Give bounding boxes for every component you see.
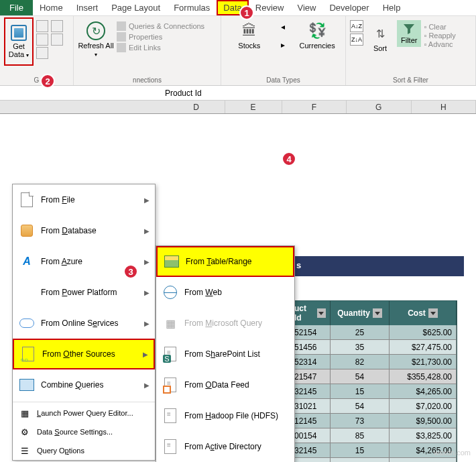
- table-row[interactable]: 5231482$21,730.00: [290, 355, 457, 369]
- th-label: Cost: [408, 308, 426, 318]
- menu-from-hadoop[interactable]: From Hadoop File (HDFS): [156, 400, 294, 431]
- table-row[interactable]: 2154754$355,428.00: [290, 369, 457, 384]
- filter-dropdown-icon[interactable]: [428, 308, 438, 318]
- cell-quantity: 35: [331, 340, 390, 355]
- cell-quantity: 73: [331, 414, 390, 428]
- menu-query-options[interactable]: ☰ Query Options: [13, 441, 155, 460]
- cell-quantity: 95: [331, 458, 390, 462]
- table-row[interactable]: 5215425$625.00: [290, 325, 457, 340]
- hadoop-icon: [163, 408, 178, 423]
- sort-az-button[interactable]: A↓Z: [350, 20, 363, 32]
- table-row[interactable]: 3102154$7,020.00: [290, 399, 457, 414]
- clear-button[interactable]: ▫ Clear: [424, 23, 455, 31]
- menu-from-sharepoint[interactable]: S From SharePoint List: [156, 339, 294, 369]
- insert-tab[interactable]: Insert: [70, 0, 105, 15]
- col-quantity[interactable]: Quantity: [331, 301, 390, 325]
- globe-icon: [163, 285, 178, 300]
- th-label: Quantity: [337, 308, 370, 318]
- menu-from-odata[interactable]: From OData Feed: [156, 369, 294, 400]
- filter-button[interactable]: Filter: [397, 20, 421, 47]
- cell-product-id: 52154: [290, 325, 331, 340]
- chevron-down-icon: ▾: [95, 52, 97, 58]
- col-header[interactable]: G: [347, 101, 411, 113]
- from-web-button[interactable]: [36, 34, 48, 46]
- chevron-right-icon[interactable]: ▸: [281, 40, 285, 50]
- menu-from-active-directory[interactable]: From Active Directory: [156, 431, 294, 462]
- formula-bar[interactable]: Product Id: [0, 86, 476, 101]
- table-row[interactable]: 5145635$27,475.00: [290, 340, 457, 355]
- col-product-id[interactable]: uct Id: [290, 301, 331, 325]
- callout-badge-3: 3: [123, 264, 138, 279]
- filter-dropdown-icon[interactable]: [317, 308, 326, 318]
- formula-value: Product Id: [161, 89, 206, 98]
- developer-tab[interactable]: Developer: [322, 0, 375, 15]
- refresh-all-button[interactable]: Refresh All ▾: [78, 17, 114, 58]
- menu-from-online-services[interactable]: From Online Services ▶: [13, 308, 155, 339]
- menu-data-source-settings[interactable]: ⚙ Data Source Settings...: [13, 422, 155, 441]
- formulas-tab[interactable]: Formulas: [167, 0, 217, 15]
- advanced-button[interactable]: ▫ Advanc: [424, 40, 455, 48]
- menu-launch-power-query[interactable]: ▦ Launch Power Query Editor...: [13, 404, 155, 422]
- cell-quantity: 54: [331, 399, 390, 414]
- menu-label: From File: [41, 195, 75, 205]
- cell-cost: $625.00: [390, 325, 457, 340]
- reapply-button[interactable]: ▫ Reapply: [424, 32, 455, 40]
- table-row[interactable]: 0015485$3,825.00: [290, 428, 457, 443]
- recent-sources-button[interactable]: [51, 20, 63, 32]
- chevron-right-icon: ▶: [144, 196, 150, 204]
- table-row[interactable]: 0145895$24,130.00: [290, 458, 457, 462]
- menu-from-power-platform[interactable]: From Power Platform ▶: [13, 277, 155, 308]
- home-tab[interactable]: Home: [33, 0, 70, 15]
- menu-from-file[interactable]: From File ▶: [13, 184, 155, 215]
- stocks-button[interactable]: 🏛 Stocks: [231, 17, 268, 54]
- properties-button[interactable]: Properties: [117, 32, 204, 42]
- currencies-button[interactable]: 💱 Currencies: [298, 17, 336, 54]
- callout-badge-4: 4: [282, 152, 296, 166]
- queries-connections-button[interactable]: Queries & Connections: [117, 21, 204, 31]
- menu-label: Combine Queries: [41, 380, 103, 390]
- table-row[interactable]: 3214515$4,265.00: [290, 384, 457, 399]
- col-header[interactable]: F: [282, 101, 347, 113]
- view-tab[interactable]: View: [290, 0, 322, 15]
- edit-links-button[interactable]: Edit Links: [117, 43, 204, 52]
- get-data-menu: From File ▶ From Database ▶ A From Azure…: [12, 184, 156, 461]
- menu-from-web[interactable]: From Web: [156, 277, 294, 308]
- menu-combine-queries[interactable]: Combine Queries ▶: [13, 369, 155, 400]
- col-header[interactable]: D: [168, 101, 225, 113]
- file-icon: [19, 192, 34, 207]
- properties-icon: [117, 32, 126, 42]
- review-tab[interactable]: Review: [249, 0, 291, 15]
- existing-connections-button[interactable]: [51, 34, 63, 46]
- sort-label: Sort: [373, 44, 387, 52]
- col-header[interactable]: H: [412, 101, 476, 113]
- column-headers: D E F G H: [0, 101, 476, 114]
- help-tab[interactable]: Help: [376, 0, 408, 15]
- sort-za-button[interactable]: Z↓A: [350, 34, 363, 46]
- page-layout-tab[interactable]: Page Layout: [105, 0, 167, 15]
- menu-from-database[interactable]: From Database ▶: [13, 215, 155, 246]
- cell-product-id: 01458: [290, 458, 331, 462]
- power-query-icon: ▦: [19, 408, 30, 418]
- col-cost[interactable]: Cost: [390, 301, 457, 325]
- menu-from-other-sources[interactable]: From Other Sources ▶: [13, 339, 155, 369]
- table-icon: [164, 254, 179, 269]
- table-row[interactable]: 3214515$4,265.00: [290, 443, 457, 458]
- query-icon: ▦: [163, 316, 178, 331]
- menu-from-microsoft-query: ▦ From Microsoft Query: [156, 308, 294, 339]
- cell-cost: $4,265.00: [390, 384, 457, 399]
- menu-from-table-range[interactable]: From Table/Range: [156, 246, 294, 277]
- cell-product-id: 51456: [290, 340, 331, 355]
- cell-cost: $7,020.00: [390, 399, 457, 414]
- table-row[interactable]: 1214573$9,500.00: [290, 414, 457, 428]
- from-text-csv-button[interactable]: [36, 20, 48, 32]
- chevron-right-icon: ▶: [144, 382, 150, 389]
- menu-label: From Power Platform: [41, 288, 117, 297]
- get-data-button[interactable]: Get Data ▾: [4, 17, 34, 66]
- file-tab[interactable]: File: [0, 0, 33, 15]
- from-table-range-button[interactable]: [36, 47, 48, 59]
- sort-button[interactable]: ⇅ Sort: [366, 20, 394, 56]
- filter-dropdown-icon[interactable]: [373, 308, 382, 318]
- chevron-left-icon[interactable]: ◂: [281, 22, 285, 32]
- col-header[interactable]: E: [225, 101, 282, 113]
- odata-icon: [163, 378, 178, 392]
